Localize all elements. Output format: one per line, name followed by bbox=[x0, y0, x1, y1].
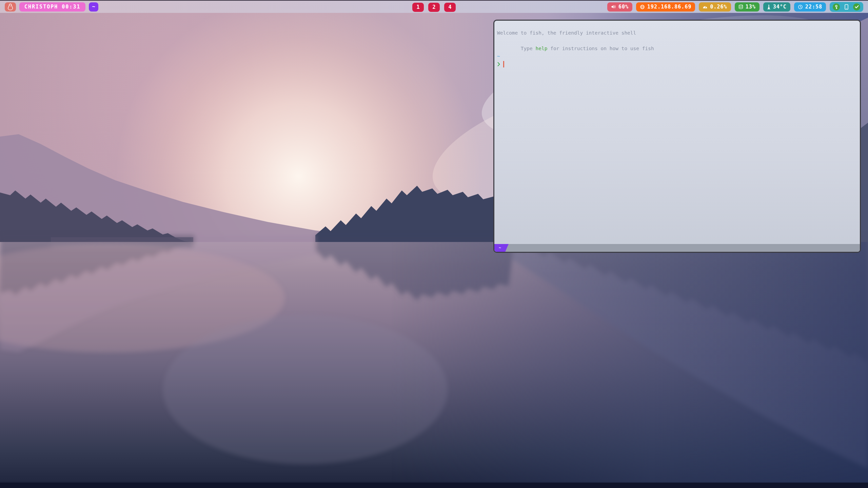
taskbar-status-group: 60% 192.168.86.69 bbox=[607, 2, 863, 12]
path-badge-label: ~ bbox=[92, 4, 95, 10]
system-tray bbox=[830, 2, 863, 12]
user-badge-label: CHRISTOPH 00:31 bbox=[24, 4, 80, 10]
temperature-label: 34°C bbox=[773, 4, 787, 10]
taskbar: CHRISTOPH 00:31 ~ 1 2 4 bbox=[0, 0, 868, 13]
volume-badge[interactable]: 60% bbox=[607, 2, 632, 12]
workspace-switcher: 1 2 4 bbox=[412, 1, 456, 13]
statusbar-path-segment: ~ bbox=[494, 244, 509, 252]
desktop: CHRISTOPH 00:31 ~ 1 2 4 bbox=[0, 0, 868, 488]
tray-check-button[interactable] bbox=[853, 3, 860, 11]
user-badge: CHRISTOPH 00:31 bbox=[19, 2, 85, 12]
workspace-button-4[interactable]: 4 bbox=[444, 3, 456, 12]
clock-badge[interactable]: 22:58 bbox=[794, 2, 826, 12]
terminal-window[interactable]: Welcome to fish, the friendly interactiv… bbox=[493, 20, 861, 253]
path-badge: ~ bbox=[89, 2, 98, 12]
key-icon bbox=[834, 5, 839, 9]
terminal-output[interactable]: Welcome to fish, the friendly interactiv… bbox=[494, 21, 860, 244]
network-label: 192.168.86.69 bbox=[647, 4, 691, 10]
statusbar-path-label: ~ bbox=[499, 246, 501, 250]
gauge-icon bbox=[703, 5, 708, 9]
memory-badge[interactable]: 13% bbox=[735, 2, 760, 12]
smartphone-icon bbox=[844, 4, 849, 10]
cpu-label: 0.26% bbox=[710, 4, 727, 10]
memory-label: 13% bbox=[746, 4, 756, 10]
speaker-icon bbox=[611, 4, 616, 9]
cpu-badge[interactable]: 0.26% bbox=[699, 2, 731, 12]
volume-label: 60% bbox=[618, 4, 629, 10]
prompt-line bbox=[497, 60, 856, 68]
workspace-button-1[interactable]: 1 bbox=[412, 3, 424, 12]
workspace-label: 4 bbox=[448, 4, 451, 10]
globe-icon bbox=[640, 4, 645, 9]
workspace-label: 2 bbox=[432, 4, 435, 10]
help-line-suffix: for instructions on how to use fish bbox=[547, 46, 654, 51]
tux-icon bbox=[7, 3, 14, 11]
clock-label: 22:58 bbox=[805, 4, 822, 10]
help-line-prefix: Type bbox=[521, 46, 536, 51]
workspace-label: 1 bbox=[416, 4, 419, 10]
help-keyword: help bbox=[536, 46, 548, 51]
distro-badge[interactable] bbox=[5, 2, 16, 12]
thermometer-icon bbox=[767, 4, 771, 9]
network-badge[interactable]: 192.168.86.69 bbox=[636, 2, 695, 12]
layers-icon bbox=[738, 4, 743, 9]
taskbar-left-group: CHRISTOPH 00:31 ~ bbox=[5, 2, 98, 12]
terminal-cursor bbox=[503, 61, 504, 67]
temperature-badge[interactable]: 34°C bbox=[763, 2, 790, 12]
clock-icon bbox=[798, 4, 803, 9]
cwd-line: ~ bbox=[497, 53, 856, 60]
workspace-button-2[interactable]: 2 bbox=[428, 3, 440, 12]
welcome-line: Welcome to fish, the friendly interactiv… bbox=[497, 29, 856, 37]
tray-key-button[interactable] bbox=[833, 3, 840, 11]
help-line: Type help for instructions on how to use… bbox=[497, 37, 856, 45]
tray-phone-button[interactable] bbox=[843, 3, 850, 11]
terminal-statusbar: ~ bbox=[494, 244, 860, 252]
prompt-chevron-icon bbox=[497, 62, 500, 67]
check-icon bbox=[855, 5, 859, 8]
